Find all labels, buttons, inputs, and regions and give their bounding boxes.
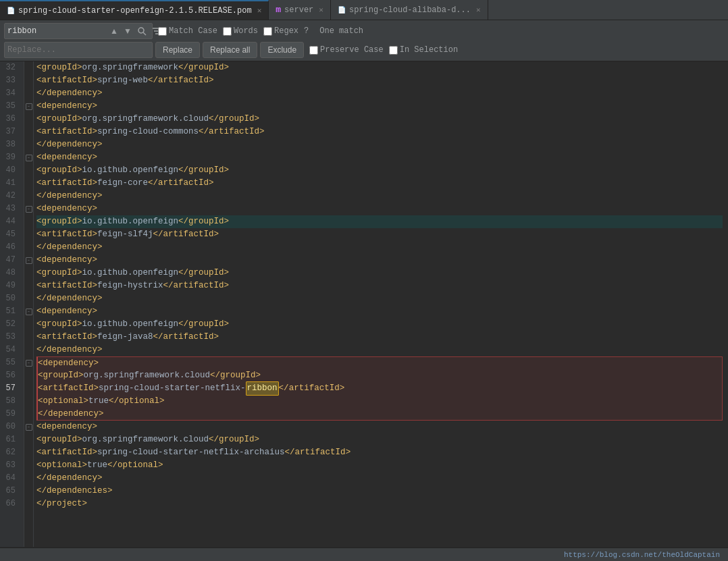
code-line-33: <artifactId>spring-web</artifactId> [36,74,723,87]
code-line-42: </dependency> [36,190,723,203]
code-line-40: <groupId>io.github.openfeign</groupId> [36,164,723,177]
gutter-cell-41 [24,177,33,190]
line-number-55: 55 [3,356,18,369]
code-line-45: <artifactId>feign-slf4j</artifactId> [36,228,723,241]
search-options: Match Case Words Regex ? One match [158,26,363,36]
code-line-55: <dependency> [36,356,723,369]
gutter-cell-59 [24,408,33,421]
tab-pom-close[interactable]: ✕ [257,6,262,15]
search-input[interactable] [7,26,105,36]
replace-button[interactable]: Replace [155,42,200,58]
preserve-case-checkbox[interactable] [309,46,318,55]
gutter-cell-48 [24,267,33,279]
line-number-65: 65 [3,485,18,498]
gutter-cell-44 [24,215,33,228]
next-match-button[interactable]: ▼ [122,25,134,37]
tab-server-close[interactable]: ✕ [319,5,323,14]
exclude-button[interactable]: Exclude [260,42,304,58]
line-number-63: 63 [3,459,18,472]
regex-help-icon: ? [304,26,309,36]
match-case-checkbox[interactable] [158,27,167,36]
replace-row: Replace Replace all Exclude Preserve Cas… [4,42,724,58]
code-line-64: </dependency> [36,472,723,485]
code-line-54: </dependency> [36,344,723,356]
line-number-43: 43 [3,203,18,215]
gutter-cell-52 [24,318,33,331]
words-checkbox[interactable] [223,27,232,36]
gutter-cell-39: - [24,151,33,164]
fold-icon-55[interactable]: - [26,360,32,367]
gutter-cell-45 [24,228,33,241]
regex-option[interactable]: Regex [263,26,298,36]
in-selection-checkbox[interactable] [389,46,398,55]
prev-match-button[interactable]: ▲ [108,25,120,37]
line-number-36: 36 [3,113,18,126]
code-line-46: </dependency> [36,241,723,254]
line-number-48: 48 [3,267,18,279]
tab-alibaba-close[interactable]: ✕ [476,5,481,14]
line-numbers: 3233343536373839404142434445464748495051… [0,61,24,547]
gutter-cell-55: - [24,356,33,369]
preserve-case-option[interactable]: Preserve Case [309,45,384,55]
line-number-56: 56 [3,369,18,382]
search-history-button[interactable] [135,25,149,37]
code-line-34: </dependency> [36,87,723,100]
replace-all-button[interactable]: Replace all [203,42,257,58]
line-number-66: 66 [3,498,18,510]
search-toolbar: ▲ ▼ Match Case Words Regex [0,20,728,61]
server-icon: m [276,5,281,15]
fold-icon-51[interactable]: - [26,309,32,315]
gutter-cell-65 [24,485,33,498]
tab-alibaba[interactable]: 📄 spring-cloud-alibaba-d... ✕ [331,0,488,20]
replace-options: Preserve Case In Selection [309,45,458,55]
fold-icon-39[interactable]: - [26,155,32,161]
line-number-42: 42 [3,190,18,203]
line-number-45: 45 [3,228,18,241]
gutter-cell-36 [24,113,33,126]
code-line-52: <groupId>io.github.openfeign</groupId> [36,318,723,331]
search-match: ribbon [246,381,279,396]
svg-line-1 [143,32,146,35]
fold-icon-47[interactable]: - [26,257,32,264]
code-line-47: <dependency> [36,254,723,267]
tab-alibaba-label: spring-cloud-alibaba-d... [349,5,471,15]
regex-checkbox[interactable] [263,27,272,36]
svg-point-0 [138,28,144,33]
line-number-39: 39 [3,151,18,164]
code-line-62: <artifactId>spring-cloud-starter-netflix… [36,446,723,459]
gutter-cell-62 [24,446,33,459]
line-number-53: 53 [3,331,18,344]
fold-icon-43[interactable]: - [26,206,32,213]
tab-pom[interactable]: 📄 spring-cloud-starter-openfeign-2.1.5.R… [0,0,269,20]
gutter-cell-37 [24,126,33,138]
line-number-54: 54 [3,344,18,356]
match-case-option[interactable]: Match Case [158,26,217,36]
tab-server[interactable]: m server ✕ [269,0,331,20]
gutter-cell-32 [24,61,33,74]
code-line-57: <artifactId>spring-cloud-starter-netflix… [36,382,723,395]
line-number-32: 32 [3,61,18,74]
tab-pom-label: spring-cloud-starter-openfeign-2.1.5.REL… [18,6,252,16]
code-line-43: <dependency> [36,203,723,215]
code-line-65: </dependencies> [36,485,723,498]
gutter-cell-40 [24,164,33,177]
code-line-36: <groupId>org.springframework.cloud</grou… [36,113,723,126]
line-number-34: 34 [3,87,18,100]
gutter-cell-47: - [24,254,33,267]
code-content[interactable]: <groupId>org.springframework</groupId> <… [34,61,728,547]
tab-server-label: server [284,5,313,15]
replace-input[interactable] [7,45,149,55]
fold-icon-60[interactable]: - [26,424,32,431]
fold-icon-35[interactable]: - [26,103,32,110]
search-input-wrap: ▲ ▼ [4,23,153,39]
words-option[interactable]: Words [223,26,258,36]
code-line-50: </dependency> [36,292,723,305]
gutter-cell-54 [24,344,33,356]
in-selection-option[interactable]: In Selection [389,45,458,55]
code-line-66: </project> [36,498,723,510]
code-line-59: </dependency> [36,408,723,421]
status-url: https://blog.csdn.net/theOldCaptain [564,551,720,559]
code-line-56: <groupId>org.springframework.cloud</grou… [36,369,723,382]
tab-bar: 📄 spring-cloud-starter-openfeign-2.1.5.R… [0,0,728,20]
line-number-41: 41 [3,177,18,190]
